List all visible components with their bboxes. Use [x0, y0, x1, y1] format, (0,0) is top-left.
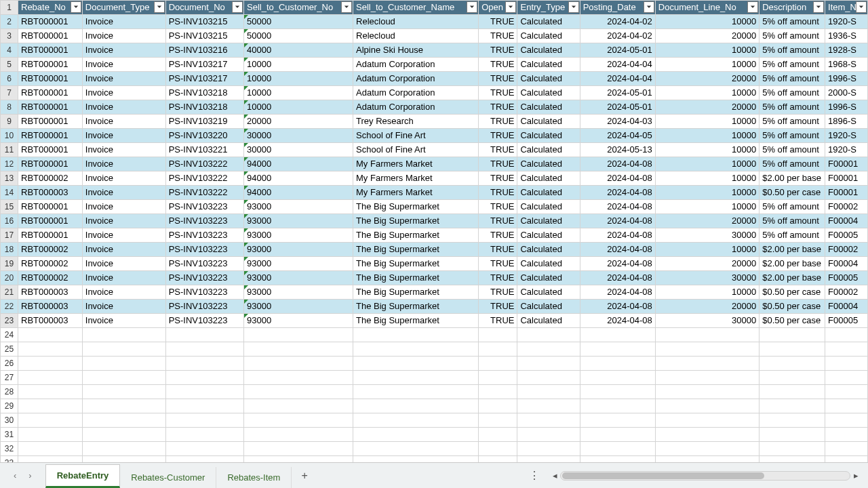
cell-empty[interactable]	[825, 385, 868, 399]
cell-empty[interactable]	[243, 442, 353, 456]
cell-sell_to_customer_name[interactable]: Adatum Corporation	[353, 100, 479, 115]
cell-empty[interactable]	[760, 328, 825, 342]
cell-entry_type[interactable]: Calculated	[517, 72, 580, 86]
cell-description[interactable]: 5% off amount	[760, 29, 825, 43]
cell-rebate_no[interactable]: RBT000001	[18, 15, 83, 29]
cell-rebate_no[interactable]: RBT000001	[18, 228, 83, 243]
cell-rebate_no[interactable]: RBT000003	[18, 285, 83, 300]
cell-document_line_no[interactable]: 30000	[655, 228, 759, 243]
cell-entry_type[interactable]: Calculated	[517, 257, 580, 271]
cell-entry_type[interactable]: Calculated	[517, 285, 580, 300]
cell-document_line_no[interactable]: 10000	[655, 143, 759, 157]
cell-open[interactable]: TRUE	[479, 72, 517, 86]
column-header-document_no[interactable]: Document_No	[165, 1, 243, 15]
cell-document_line_no[interactable]: 10000	[655, 86, 759, 100]
cell-description[interactable]: 5% off amount	[760, 43, 825, 58]
cell-document_type[interactable]: Invoice	[82, 186, 165, 200]
cell-posting_date[interactable]: 2024-04-08	[580, 257, 655, 271]
cell-empty[interactable]	[825, 413, 868, 428]
cell-sell_to_customer_name[interactable]: Adatum Corporation	[353, 58, 479, 72]
cell-sell_to_customer_no[interactable]: 50000	[243, 29, 353, 43]
cell-empty[interactable]	[18, 371, 83, 385]
cell-description[interactable]: 5% off amount	[760, 115, 825, 129]
column-header-item_no[interactable]: Item_N	[825, 1, 868, 15]
table-row[interactable]: 16RBT000001InvoicePS-INV10322393000The B…	[1, 214, 868, 228]
cell-sell_to_customer_no[interactable]: 94000	[243, 186, 353, 200]
row-header[interactable]: 13	[1, 171, 18, 186]
cell-sell_to_customer_name[interactable]: The Big Supermarket	[353, 200, 479, 214]
cell-empty[interactable]	[353, 456, 479, 463]
cell-open[interactable]: TRUE	[479, 285, 517, 300]
cell-empty[interactable]	[580, 428, 655, 442]
cell-posting_date[interactable]: 2024-05-01	[580, 43, 655, 58]
cell-empty[interactable]	[580, 357, 655, 371]
cell-posting_date[interactable]: 2024-04-05	[580, 129, 655, 143]
row-header[interactable]: 6	[1, 72, 18, 86]
cell-sell_to_customer_no[interactable]: 10000	[243, 100, 353, 115]
cell-empty[interactable]	[479, 371, 517, 385]
cell-document_type[interactable]: Invoice	[82, 300, 165, 314]
cell-sell_to_customer_no[interactable]: 93000	[243, 285, 353, 300]
cell-entry_type[interactable]: Calculated	[517, 15, 580, 29]
cell-document_line_no[interactable]: 20000	[655, 29, 759, 43]
cell-open[interactable]: TRUE	[479, 186, 517, 200]
cell-sell_to_customer_no[interactable]: 10000	[243, 86, 353, 100]
cell-entry_type[interactable]: Calculated	[517, 29, 580, 43]
cell-document_type[interactable]: Invoice	[82, 214, 165, 228]
cell-empty[interactable]	[517, 371, 580, 385]
cell-empty[interactable]	[243, 371, 353, 385]
column-header-entry_type[interactable]: Entry_Type	[517, 1, 580, 15]
cell-sell_to_customer_no[interactable]: 94000	[243, 171, 353, 186]
add-sheet-button[interactable]: +	[292, 464, 317, 487]
row-header[interactable]: 23	[1, 314, 18, 328]
cell-item_no[interactable]: F00002	[825, 285, 868, 300]
table-row[interactable]: 8RBT000001InvoicePS-INV10321810000Adatum…	[1, 100, 868, 115]
cell-posting_date[interactable]: 2024-04-08	[580, 285, 655, 300]
row-header[interactable]: 15	[1, 200, 18, 214]
row-header[interactable]: 22	[1, 300, 18, 314]
cell-document_type[interactable]: Invoice	[82, 285, 165, 300]
cell-empty[interactable]	[580, 342, 655, 357]
cell-document_type[interactable]: Invoice	[82, 314, 165, 328]
cell-empty[interactable]	[82, 456, 165, 463]
row-header[interactable]: 24	[1, 328, 18, 342]
cell-empty[interactable]	[243, 385, 353, 399]
cell-posting_date[interactable]: 2024-04-08	[580, 300, 655, 314]
cell-document_no[interactable]: PS-INV103220	[165, 129, 243, 143]
column-header-document_line_no[interactable]: Document_Line_No	[655, 1, 759, 15]
cell-empty[interactable]	[353, 385, 479, 399]
cell-document_no[interactable]: PS-INV103223	[165, 257, 243, 271]
cell-open[interactable]: TRUE	[479, 115, 517, 129]
cell-open[interactable]: TRUE	[479, 157, 517, 171]
cell-empty[interactable]	[655, 456, 759, 463]
cell-empty[interactable]	[243, 328, 353, 342]
row-header[interactable]: 21	[1, 285, 18, 300]
row-header[interactable]: 30	[1, 413, 18, 428]
cell-sell_to_customer_no[interactable]: 93000	[243, 257, 353, 271]
cell-document_no[interactable]: PS-INV103223	[165, 285, 243, 300]
cell-empty[interactable]	[825, 342, 868, 357]
cell-empty[interactable]	[82, 413, 165, 428]
row-header[interactable]: 12	[1, 157, 18, 171]
cell-empty[interactable]	[517, 428, 580, 442]
cell-posting_date[interactable]: 2024-04-03	[580, 115, 655, 129]
spreadsheet-grid[interactable]: 1Rebate_NoDocument_TypeDocument_NoSell_t…	[0, 0, 868, 462]
cell-description[interactable]: $0.50 per case	[760, 186, 825, 200]
cell-item_no[interactable]: F00001	[825, 186, 868, 200]
cell-entry_type[interactable]: Calculated	[517, 200, 580, 214]
cell-empty[interactable]	[479, 328, 517, 342]
scroll-track[interactable]	[560, 471, 850, 481]
filter-dropdown-icon[interactable]	[747, 1, 758, 13]
cell-description[interactable]: $0.50 per case	[760, 300, 825, 314]
cell-document_no[interactable]: PS-INV103223	[165, 214, 243, 228]
cell-empty[interactable]	[655, 371, 759, 385]
cell-rebate_no[interactable]: RBT000001	[18, 100, 83, 115]
table-row[interactable]: 30	[1, 413, 868, 428]
cell-empty[interactable]	[825, 442, 868, 456]
table-row[interactable]: 9RBT000001InvoicePS-INV10321920000Trey R…	[1, 115, 868, 129]
cell-document_no[interactable]: PS-INV103223	[165, 314, 243, 328]
cell-sell_to_customer_no[interactable]: 93000	[243, 214, 353, 228]
cell-item_no[interactable]: 1996-S	[825, 100, 868, 115]
cell-rebate_no[interactable]: RBT000001	[18, 143, 83, 157]
cell-item_no[interactable]: 1896-S	[825, 115, 868, 129]
